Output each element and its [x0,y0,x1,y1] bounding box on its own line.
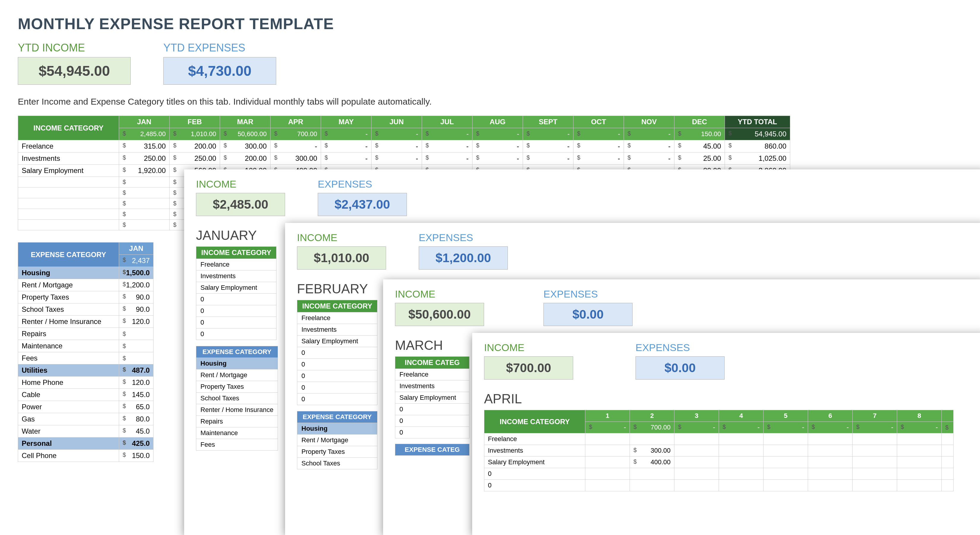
table-row[interactable]: Fees$ [18,352,154,364]
list-item[interactable]: 0 [395,427,469,438]
feb-expense-categories[interactable]: EXPENSE CATEGORY Housing Rent / Mortgage… [297,411,377,469]
list-item[interactable]: Rent / Mortgage [196,369,278,381]
month-header: FEB [170,116,220,128]
jan-expense-label: EXPENSES [318,178,407,190]
list-item[interactable]: School Taxes [297,458,377,469]
list-item[interactable]: Fees [196,439,278,450]
expense-group-row[interactable]: Utilities$487.0 [18,364,154,377]
list-item[interactable]: 0 [297,347,377,359]
list-item[interactable]: 0 [297,393,377,405]
list-item[interactable]: Investments [196,270,277,282]
month-header: JAN [119,116,170,128]
month-header: OCT [573,116,624,128]
table-row[interactable]: Salary Employment$400.00 [484,457,954,468]
table-row[interactable]: Cell Phone$150.0 [18,450,154,462]
list-item[interactable]: 0 [395,415,469,427]
list-item[interactable]: 0 [196,317,277,329]
day-header: 4 [719,410,764,422]
apr-expense-value: $0.00 [635,356,725,380]
table-row[interactable]: Power$65.0 [18,401,154,413]
kpi-row: YTD INCOME $54,945.00 YTD EXPENSES $4,73… [18,42,962,85]
list-item[interactable]: Rent / Mortgage [297,434,377,446]
table-row[interactable]: Investments$300.00 [484,445,954,457]
list-item[interactable]: Freelance [297,312,377,324]
table-row[interactable]: Freelance [484,433,954,445]
day-total: $- [585,422,630,433]
month-header: NOV [624,116,675,128]
apr-expense-label: EXPENSES [635,342,725,353]
list-item[interactable]: 0 [196,329,277,340]
table-row[interactable]: Repairs$ [18,328,154,340]
day-header: 3 [675,410,719,422]
feb-income-value: $1,010.00 [297,246,386,270]
panel-april: INCOME $700.00 EXPENSES $0.00 APRIL INCO… [472,333,980,535]
table-row[interactable]: Maintenance$ [18,340,154,352]
feb-expense-value: $1,200.00 [419,246,508,270]
list-item[interactable]: Renter / Home Insurance [196,404,278,416]
list-item[interactable]: Salary Employment [395,392,469,404]
ytd-total-header: YTD TOTAL [725,116,790,128]
table-row[interactable]: Gas$80.0 [18,413,154,425]
table-row[interactable]: 0 [484,480,954,491]
day-total: $- [719,422,764,433]
day-total: $700.00 [630,422,675,433]
list-item[interactable]: 0 [196,305,277,317]
jan-income-categories[interactable]: INCOME CATEGORY FreelanceInvestmentsSala… [196,246,277,340]
apr-income-table[interactable]: INCOME CATEGORY12345678 $-$700.00$-$-$-$… [484,410,954,491]
expense-group-row[interactable]: Housing$1,500.0 [18,267,154,279]
mar-expense-categories[interactable]: EXPENSE CATEG [395,444,469,456]
table-row[interactable]: Renter / Home Insurance$120.0 [18,316,154,328]
list-item[interactable]: 0 [196,294,277,305]
list-item[interactable]: School Taxes [196,393,278,404]
day-total: $- [853,422,897,433]
table-row[interactable]: 0 [484,468,954,480]
row-label: Salary Employment [18,164,119,177]
list-item[interactable]: Salary Employment [297,335,377,347]
table-row[interactable]: Cable$145.0 [18,389,154,401]
list-item[interactable]: Freelance [196,259,277,270]
list-item[interactable]: 0 [297,359,377,371]
month-header: JUN [372,116,422,128]
month-total: $- [372,128,422,140]
list-item[interactable]: Property Taxes [196,381,278,393]
day-header: 5 [764,410,808,422]
list-item[interactable]: 0 [395,404,469,415]
expense-table[interactable]: EXPENSE CATEGORY JAN $2,437 Housing$1,50… [18,242,154,462]
feb-income-categories[interactable]: INCOME CATEGORY FreelanceInvestmentsSala… [297,300,377,405]
month-total: $- [624,128,675,140]
month-total: $- [573,128,624,140]
table-row[interactable]: Freelance$315.00$200.00$300.00$-$-$-$-$-… [18,140,790,152]
list-item[interactable]: Repairs [196,416,278,427]
month-total: $- [422,128,473,140]
table-row[interactable]: Property Taxes$90.0 [18,291,154,303]
month-total: $- [321,128,372,140]
expense-group-row[interactable]: Personal$425.0 [18,438,154,450]
apr-month-name: APRIL [484,391,974,406]
mar-income-categories[interactable]: INCOME CATEG FreelanceInvestmentsSalary … [395,356,469,438]
table-row[interactable]: Water$45.0 [18,425,154,438]
mar-income-value: $50,600.00 [395,303,484,326]
table-row[interactable]: Rent / Mortgage$1,200.0 [18,279,154,291]
list-item[interactable]: 0 [297,382,377,393]
list-item[interactable]: 0 [297,371,377,382]
day-header: 8 [897,410,942,422]
month-header: SEPT [523,116,573,128]
month-header: MAY [321,116,372,128]
table-row[interactable]: School Taxes$90.0 [18,303,154,316]
list-item[interactable]: Investments [395,380,469,392]
table-row[interactable]: Home Phone$120.0 [18,377,154,389]
list-item[interactable]: Investments [297,324,377,335]
ytd-income-value: $54,945.00 [18,57,130,85]
expense-subtotal: 2,437 [132,257,150,265]
jan-income-value: $2,485.00 [196,193,285,216]
table-row[interactable]: Investments$250.00$250.00$200.00$300.00$… [18,152,790,164]
day-header: 6 [808,410,853,422]
jan-expense-categories[interactable]: EXPENSE CATEGORY Housing Rent / Mortgage… [196,346,278,450]
list-item[interactable]: Maintenance [196,427,278,439]
month-header: JUL [422,116,473,128]
list-item[interactable]: Property Taxes [297,446,377,458]
list-item[interactable]: Salary Employment [196,282,277,294]
ytd-expense-label: YTD EXPENSES [163,42,276,54]
expense-month-header: JAN [119,243,154,255]
list-item[interactable]: Freelance [395,369,469,380]
